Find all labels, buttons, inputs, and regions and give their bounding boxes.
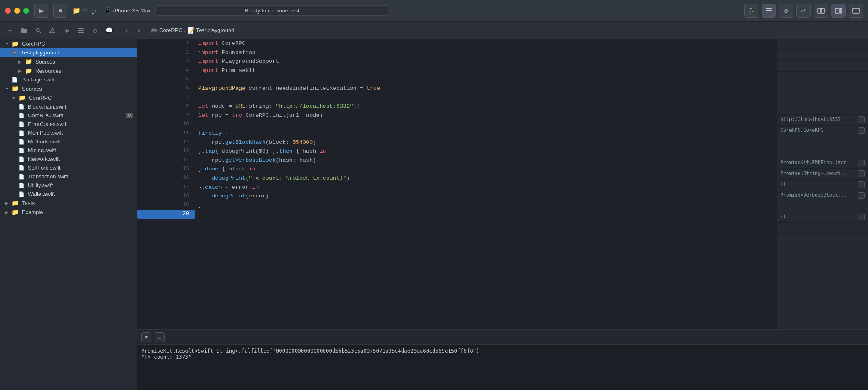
- code-line[interactable]: }.done { block in: [195, 165, 777, 174]
- breadcrumb-file[interactable]: Test.playground: [196, 27, 234, 33]
- sidebar-item-errorcodes-swift[interactable]: 📄ErrorCodes.swift: [0, 120, 137, 128]
- sidebar-item-test-playground[interactable]: 🎮Test.playground: [0, 48, 137, 57]
- sidebar-item-mempool-swift[interactable]: 📄MemPool.swift: [0, 128, 137, 137]
- sidebar-item-blockchain-swift[interactable]: 📄Blockchain.swift: [0, 102, 137, 111]
- sidebar-item-corerpc-folder[interactable]: ▼📁CoreRPC: [0, 93, 137, 102]
- result-expand-button[interactable]: [858, 127, 865, 134]
- project-name[interactable]: C...ge: [83, 7, 98, 14]
- svg-rect-12: [78, 28, 84, 29]
- layout2-button[interactable]: [831, 4, 846, 18]
- search-button[interactable]: [32, 25, 44, 36]
- code-line[interactable]: let rpc = try CoreRPC.init(url: node): [195, 111, 777, 120]
- sidebar-item-utility-swift[interactable]: 📄Utility.swift: [0, 181, 137, 190]
- breadcrumb-root[interactable]: CoreRPC: [159, 27, 182, 33]
- console-clear-button[interactable]: □: [155, 332, 165, 342]
- result-expand-button[interactable]: [858, 192, 865, 199]
- sidebar-item-package-swift[interactable]: 📄Package.swift: [0, 75, 137, 84]
- sidebar-item-label: Utility.swift: [28, 182, 53, 188]
- code-row: 11firstly {: [137, 129, 777, 138]
- result-item: [777, 147, 868, 158]
- nav-back-button[interactable]: ‹: [121, 25, 132, 36]
- sidebar-item-sources-2[interactable]: ▼📁Sources: [0, 84, 137, 93]
- lines-button[interactable]: [762, 4, 776, 18]
- sidebar-item-corerpc-root[interactable]: ▼📁CoreRPC: [0, 39, 137, 48]
- sidebar-item-label: Sources: [22, 86, 42, 92]
- code-line[interactable]: }.catch { error in: [195, 183, 777, 192]
- console-toggle-button[interactable]: ▼: [141, 332, 151, 342]
- code-row: 15}.done { block in: [137, 165, 777, 174]
- comment-button[interactable]: 💬: [103, 25, 115, 36]
- main-layout: ▼📁CoreRPC🎮Test.playground▶📁Sources▶📁Reso…: [0, 39, 868, 390]
- code-line[interactable]: import PlaygroundSupport: [195, 57, 777, 66]
- braces-button[interactable]: {}: [744, 4, 758, 18]
- run-button[interactable]: ▶: [34, 4, 48, 18]
- code-line[interactable]: let node = URL(string: "http://localhost…: [195, 102, 777, 111]
- result-expand-button[interactable]: [858, 160, 865, 166]
- code-line[interactable]: ​: [195, 75, 777, 84]
- layout1-button[interactable]: [814, 4, 828, 18]
- code-line[interactable]: ​: [195, 93, 777, 102]
- sidebar-item-example[interactable]: ▶📁Example: [0, 207, 137, 217]
- sidebar-item-mining-swift[interactable]: 📄Mining.swift: [0, 146, 137, 155]
- svg-rect-0: [766, 8, 772, 9]
- sidebar-item-methods-swift[interactable]: 📄Methods.swift: [0, 137, 137, 146]
- console-toolbar: ▼ □: [137, 329, 868, 344]
- code-line[interactable]: firstly {: [195, 129, 777, 138]
- result-item-empty: [777, 104, 868, 115]
- minimize-button[interactable]: [14, 8, 20, 14]
- code-row: 7​: [137, 93, 777, 102]
- code-line[interactable]: rpc.getBlockHash(block: 554000): [195, 138, 777, 147]
- file-icon: 📄: [18, 104, 25, 110]
- list-button[interactable]: [75, 25, 86, 36]
- code-line[interactable]: }.tap{ debugPrint($0) }.then { hash in: [195, 147, 777, 156]
- sidebar-item-resources[interactable]: ▶📁Resources: [0, 66, 137, 75]
- code-row: 8let node = URL(string: "http://localhos…: [137, 102, 777, 111]
- folder-button[interactable]: [18, 25, 30, 36]
- svg-line-9: [39, 31, 41, 33]
- fullscreen-button[interactable]: [23, 8, 29, 14]
- sidebar-item-softfork-swift[interactable]: 📄SoftFork.swift: [0, 163, 137, 172]
- code-line[interactable]: import Foundation: [195, 48, 777, 57]
- close-button[interactable]: [5, 8, 11, 14]
- result-item-empty: [777, 93, 868, 104]
- result-expand-button[interactable]: [858, 116, 865, 123]
- code-line[interactable]: }: [195, 201, 777, 210]
- no-entry-button[interactable]: ⊘: [779, 4, 793, 18]
- result-item-empty: [777, 82, 868, 93]
- code-row: 4import PromiseKit: [137, 66, 777, 75]
- device-name[interactable]: iPhone XS Max: [113, 7, 151, 14]
- code-editor[interactable]: 1import CoreRPC2import Foundation3import…: [137, 39, 777, 329]
- folder-icon: 📁: [12, 200, 19, 206]
- result-expand-button[interactable]: [858, 181, 865, 188]
- code-line[interactable]: ​: [195, 210, 777, 219]
- nav-forward-button[interactable]: ›: [133, 25, 145, 36]
- result-expand-button[interactable]: [858, 170, 865, 177]
- sidebar-item-corerpc-swift[interactable]: 📄CoreRPC.swiftM: [0, 111, 137, 120]
- result-item: [777, 223, 868, 234]
- line-number: 16: [137, 174, 195, 183]
- stop-button[interactable]: ■: [53, 4, 67, 18]
- sidebar-item-tests[interactable]: ▶📁Tests: [0, 198, 137, 207]
- tag-button[interactable]: ◇: [89, 25, 101, 36]
- code-line[interactable]: import PromiseKit: [195, 66, 777, 75]
- line-number: 12: [137, 138, 195, 147]
- code-row: 1import CoreRPC: [137, 39, 777, 48]
- code-line[interactable]: debugPrint("Tx count: \(block.tx.count)"…: [195, 174, 777, 183]
- sidebar-item-wallet-swift[interactable]: 📄Wallet.swift: [0, 190, 137, 198]
- add-button[interactable]: +: [4, 25, 16, 36]
- result-expand-button[interactable]: [858, 214, 865, 220]
- svg-rect-13: [78, 30, 84, 31]
- warning-button[interactable]: [47, 25, 58, 36]
- layout3-button[interactable]: [849, 4, 863, 18]
- code-line[interactable]: PlaygroundPage.current.needsIndefiniteEx…: [195, 84, 777, 93]
- code-line[interactable]: ​: [195, 120, 777, 129]
- code-line[interactable]: rpc.getVerboseBlock(hash: hash): [195, 156, 777, 165]
- sidebar-item-sources-1[interactable]: ▶📁Sources: [0, 57, 137, 66]
- code-line[interactable]: import CoreRPC: [195, 39, 777, 48]
- diff-button[interactable]: ◈: [61, 25, 72, 36]
- enter-button[interactable]: ↵: [796, 4, 811, 18]
- disclosure-arrow: ▼: [5, 86, 10, 91]
- code-line[interactable]: debugPrint(error): [195, 192, 777, 201]
- sidebar-item-network-swift[interactable]: 📄Network.swift: [0, 155, 137, 163]
- sidebar-item-transaction-swift[interactable]: 📄Transaction.swift: [0, 172, 137, 181]
